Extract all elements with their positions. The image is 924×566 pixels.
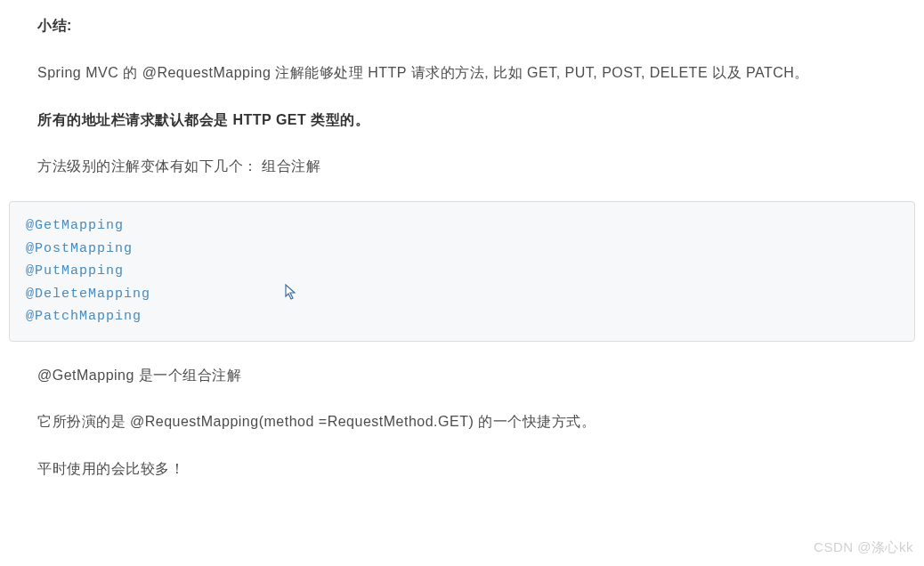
paragraph: @GetMapping 是一个组合注解 bbox=[9, 363, 915, 389]
section-heading: 小结: bbox=[9, 13, 915, 39]
paragraph: 平时使用的会比较多！ bbox=[9, 457, 915, 482]
paragraph: 它所扮演的是 @RequestMapping(method =RequestMe… bbox=[9, 409, 915, 435]
article-content: 小结: Spring MVC 的 @RequestMapping 注解能够处理 … bbox=[0, 0, 924, 513]
code-line: @PostMapping bbox=[26, 238, 898, 261]
code-line: @PutMapping bbox=[26, 260, 898, 283]
paragraph-bold: 所有的地址栏请求默认都会是 HTTP GET 类型的。 bbox=[9, 108, 915, 133]
code-line: @GetMapping bbox=[26, 214, 898, 238]
code-line: @DeleteMapping bbox=[26, 283, 898, 306]
paragraph: 方法级别的注解变体有如下几个： 组合注解 bbox=[9, 154, 915, 180]
code-line: @PatchMapping bbox=[26, 305, 898, 328]
paragraph: Spring MVC 的 @RequestMapping 注解能够处理 HTTP… bbox=[9, 61, 915, 86]
code-block: @GetMapping @PostMapping @PutMapping @De… bbox=[9, 201, 915, 342]
